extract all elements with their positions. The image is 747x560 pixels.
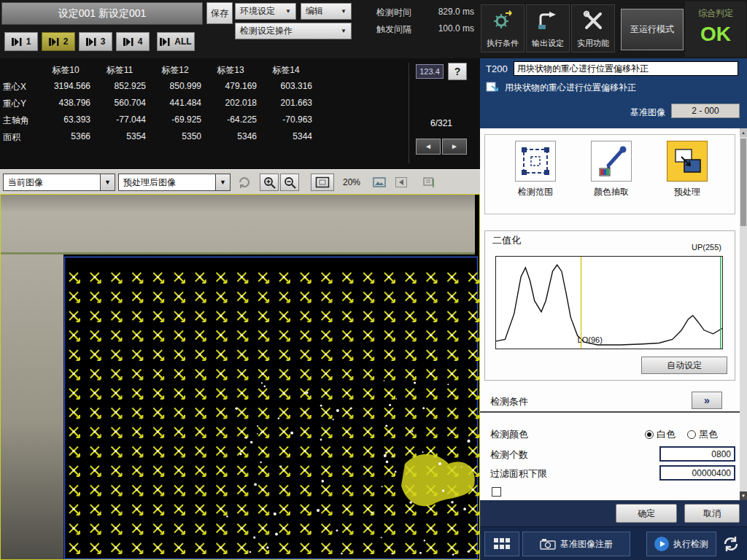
detection-range-icon (515, 141, 556, 182)
left-arrow-icon (395, 177, 407, 187)
next-page-button[interactable]: ► (442, 139, 467, 155)
cell: 603.316 (258, 81, 314, 98)
keypad-icon (493, 537, 511, 551)
utility-button[interactable]: 实用功能 (571, 4, 615, 52)
tool-detection-range[interactable]: 检测范围 (503, 141, 568, 198)
confirm-bar: 确定 取消 (480, 500, 747, 526)
fit-view-button[interactable] (311, 174, 334, 191)
output-settings-button[interactable]: 输出设定 (526, 4, 570, 52)
scene-tab-2[interactable]: 2 (42, 32, 75, 51)
ok-button[interactable]: 确定 (616, 504, 677, 523)
detect-count-input[interactable] (659, 446, 735, 462)
radio-black[interactable]: 黑色 (687, 428, 718, 441)
vision-system-window: 设定001 新设定001 保存 环境设定▼ 编辑▼ 检测设定操作▼ 检测时间 8… (0, 0, 747, 560)
detect-time-value: 829.0 ms (413, 7, 474, 17)
help-button[interactable]: ? (448, 63, 467, 80)
radio-white[interactable]: 白色 (645, 428, 676, 441)
chevron-down-icon: ▼ (100, 174, 115, 190)
column-header: 标签14 (258, 64, 314, 81)
run-inspection-button[interactable]: 执行检测 (646, 532, 716, 556)
tool-preprocess[interactable]: 预处理 (654, 141, 720, 198)
scene-icon (123, 38, 135, 46)
tool-color-extract[interactable]: 颜色抽取 (578, 141, 644, 198)
exec-condition-button[interactable]: 执行条件 (481, 4, 525, 52)
chevron-down-icon: ▼ (215, 174, 230, 190)
zoom-out-button[interactable] (280, 174, 299, 191)
expand-button[interactable]: » (692, 392, 722, 409)
scene-icon (86, 38, 98, 46)
edit-menu[interactable]: 编辑▼ (301, 3, 352, 20)
scene-icon (12, 38, 23, 46)
trigger-interval-value: 100.0 ms (413, 23, 474, 34)
inspection-ops-menu[interactable]: 检测设定操作▼ (235, 23, 352, 39)
judgement-value: OK (685, 23, 746, 46)
processed-image-select[interactable]: 预处理后图像 ▼ (118, 174, 231, 191)
zoom-level: 20% (343, 177, 360, 187)
lower-threshold-label: LO(96) (578, 335, 603, 344)
binarization-section: 二值化 UP(255) LO(96) 自动设定 (484, 230, 735, 381)
filter-area-input[interactable] (659, 465, 735, 481)
unit-title-input[interactable] (514, 61, 738, 76)
zoom-in-button[interactable] (260, 174, 279, 191)
zoom-out-icon (284, 176, 296, 189)
measurement-results: 标签10 标签11 标签12 标签13 标签14 重心X 3194.566 85… (0, 58, 480, 169)
fit-rect-icon (315, 176, 330, 188)
detect-count-row: 检测个数 (480, 446, 740, 462)
numeric-display-button[interactable]: 123.4 (416, 64, 444, 79)
column-header: 标签11 (92, 64, 147, 81)
scene-title: 设定001 新设定001 (1, 2, 203, 25)
unit-settings-panel: T200 用块状物的重心进行位置偏移补正 基准图像 2 - 000 (480, 58, 747, 560)
scene-icon (49, 38, 61, 46)
cell: 5354 (92, 131, 147, 148)
radio-on-icon (645, 430, 654, 439)
auto-set-button[interactable]: 自动设定 (641, 357, 727, 374)
column-header: 标签10 (39, 64, 92, 81)
run-mode-button[interactable]: 至运行模式 (621, 9, 684, 50)
scroll-up-icon[interactable]: ▲ (740, 128, 747, 137)
blob-markers (69, 273, 479, 553)
divider (409, 63, 409, 163)
filter-area-row: 过滤面积下限 (480, 465, 740, 481)
register-base-image-button[interactable]: 基准图像注册 (522, 532, 630, 556)
image-capture-button[interactable] (371, 174, 388, 191)
page-indicator: 6/321 (416, 118, 467, 128)
filter-checkbox[interactable] (492, 487, 501, 497)
environment-menu[interactable]: 环境设定▼ (235, 3, 296, 20)
cell: 201.663 (258, 98, 314, 114)
cell: 3194.566 (39, 81, 92, 98)
cancel-button[interactable]: 取消 (684, 504, 740, 523)
cell: 5344 (258, 131, 314, 148)
chevron-down-icon: ▼ (285, 4, 291, 19)
scene-tab-1[interactable]: 1 (4, 32, 38, 51)
base-image-value[interactable]: 2 - 000 (671, 104, 740, 118)
scrollbar-thumb[interactable] (740, 139, 746, 226)
keypad-button[interactable] (484, 532, 519, 556)
scene-tab-3[interactable]: 3 (79, 32, 112, 51)
refresh-image-button[interactable] (236, 174, 252, 191)
panel-scrollbar[interactable]: ▲ ▼ (740, 128, 747, 500)
scene-tab-4[interactable]: 4 (116, 32, 150, 51)
position-list-button[interactable] (420, 174, 439, 191)
tools-icon (582, 10, 604, 31)
refresh-icon (238, 176, 251, 189)
tool-selector: 检测范围 颜色抽取 (484, 134, 735, 214)
prev-page-button[interactable]: ◄ (416, 139, 441, 155)
image-icon (373, 177, 386, 187)
cell: -64.225 (203, 114, 258, 131)
base-image-label: 基准图像 (620, 106, 665, 119)
image-source-select[interactable]: 当前图像 ▼ (3, 174, 115, 191)
camera-image-viewport[interactable] (0, 194, 480, 560)
image-toolbar: 当前图像 ▼ 预处理后图像 ▼ (0, 169, 480, 194)
save-button[interactable]: 保存 (206, 2, 233, 24)
scroll-left-button[interactable] (392, 174, 410, 191)
cell: 560.704 (92, 98, 147, 114)
reload-button[interactable] (719, 532, 743, 556)
marker-cluster-blob (401, 454, 475, 506)
row-label: 主轴角 (3, 114, 39, 131)
scene-tab-all[interactable]: ALL (157, 32, 195, 51)
cell: 438.796 (39, 98, 92, 114)
play-icon (654, 537, 669, 551)
histogram[interactable]: LO(96) (495, 256, 723, 349)
scroll-down-icon[interactable]: ▼ (740, 491, 747, 500)
column-header: 标签12 (147, 64, 203, 81)
